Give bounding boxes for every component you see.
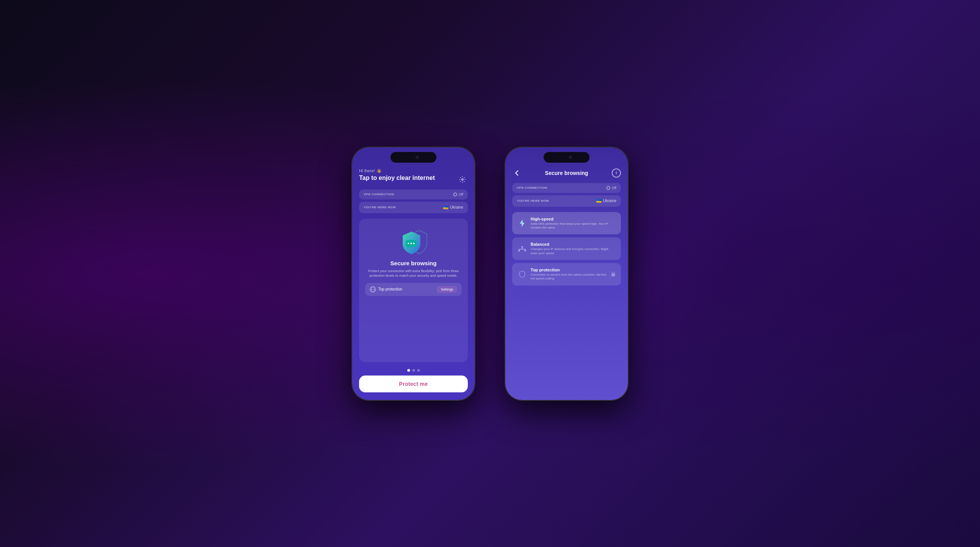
notch-2 <box>544 152 590 163</box>
dot-2[interactable] <box>412 369 415 372</box>
camera-2 <box>568 155 572 159</box>
greeting-row: Hi there! 👋 Tap to enjoy clear internet <box>359 168 468 189</box>
location-name-2: Ukraine <box>603 199 616 203</box>
toggle-circle-2 <box>606 186 610 190</box>
shield-small-icon <box>518 269 527 279</box>
phone-2-content: Secure browsing i VPN CONNECTION Off YOU… <box>505 147 628 400</box>
location-bar: YOU'RE HERE NOW 🇺🇦 Ukraine <box>359 202 468 213</box>
lock-icon <box>611 271 616 278</box>
balance-icon <box>518 244 527 253</box>
vpn-toggle-2[interactable]: Off <box>606 186 616 190</box>
bolt-icon <box>518 219 527 228</box>
top-protection-title: Top protection <box>531 268 607 272</box>
header-row: Tap to enjoy clear internet <box>359 174 468 185</box>
top-protection-desc: Connection to servers from the safest co… <box>531 273 607 281</box>
vpn-status-value-2: Off <box>612 186 616 190</box>
greeting-text: Hi there! 👋 <box>359 168 468 173</box>
lock-svg <box>611 271 616 276</box>
feature-card: Secure browsing Protect your connection … <box>359 219 468 362</box>
nav-title: Secure browsing <box>545 170 588 176</box>
option-top-protection[interactable]: Top protection Connection to servers fro… <box>512 263 621 286</box>
back-button[interactable] <box>512 168 521 178</box>
protection-name: Top protection <box>378 287 402 291</box>
back-arrow-icon <box>515 170 519 176</box>
toggle-circle <box>453 193 457 196</box>
vpn-status-bar[interactable]: VPN CONNECTION Off <box>359 189 468 199</box>
protect-me-button[interactable]: Protect me <box>359 376 468 392</box>
option-high-speed[interactable]: High-speed Solid DNS protection that kee… <box>512 212 621 235</box>
balanced-desc: Changes your IP address and encrypts con… <box>531 247 616 255</box>
high-speed-desc: Solid DNS protection that keeps your spe… <box>531 222 616 230</box>
phone-1: Hi there! 👋 Tap to enjoy clear internet <box>352 147 475 400</box>
protection-row[interactable]: Top protection Settings <box>365 283 462 296</box>
location-value-2: 🇺🇦 Ukraine <box>596 198 616 204</box>
location-name: Ukraine <box>450 205 463 209</box>
svg-point-0 <box>462 178 464 180</box>
carousel-dots <box>359 369 468 372</box>
vpn-label: VPN CONNECTION <box>364 193 394 196</box>
vpn-label-2: VPN CONNECTION <box>517 186 547 189</box>
dot-1[interactable] <box>407 369 410 372</box>
protection-left: Top protection <box>370 286 402 292</box>
phone-1-screen: Hi there! 👋 Tap to enjoy clear internet <box>352 147 475 400</box>
location-bar-2: YOU'RE HERE NOW 🇺🇦 Ukraine <box>512 195 621 207</box>
settings-button[interactable]: Settings <box>437 286 457 293</box>
location-value: 🇺🇦 Ukraine <box>443 205 463 210</box>
shield-illustration <box>398 229 429 255</box>
vpn-status-bar-2[interactable]: VPN CONNECTION Off <box>512 183 621 193</box>
header-title: Tap to enjoy clear internet <box>359 174 457 181</box>
camera-1 <box>415 155 419 159</box>
phone-1-content: Hi there! 👋 Tap to enjoy clear internet <box>352 147 475 400</box>
notch-1 <box>390 152 436 163</box>
info-button[interactable]: i <box>612 168 621 178</box>
nav-header: Secure browsing i <box>512 168 621 178</box>
card-description: Protect your connection with extra flexi… <box>365 269 462 278</box>
globe-icon <box>370 286 376 292</box>
phones-container: Hi there! 👋 Tap to enjoy clear internet <box>352 147 628 400</box>
svg-point-16 <box>613 274 614 275</box>
option-high-speed-text: High-speed Solid DNS protection that kee… <box>531 217 616 230</box>
svg-point-8 <box>521 246 523 248</box>
vpn-toggle[interactable]: Off <box>453 193 463 196</box>
location-label-2: YOU'RE HERE NOW <box>517 199 549 202</box>
gear-button[interactable] <box>457 174 468 185</box>
shield-svg <box>398 229 429 255</box>
svg-point-3 <box>410 243 412 244</box>
flag-icon-2: 🇺🇦 <box>596 198 602 204</box>
phone-2-screen: Secure browsing i VPN CONNECTION Off YOU… <box>505 147 628 400</box>
svg-point-14 <box>524 250 526 251</box>
card-title: Secure browsing <box>390 260 437 266</box>
shield-small-svg <box>519 271 525 278</box>
lightning-svg <box>519 219 525 227</box>
balanced-title: Balanced <box>531 242 616 247</box>
option-balanced[interactable]: Balanced Changes your IP address and enc… <box>512 237 621 260</box>
balance-svg <box>518 245 526 252</box>
location-label: YOU'RE HERE NOW <box>364 206 396 209</box>
dot-3[interactable] <box>417 369 420 372</box>
option-balanced-text: Balanced Changes your IP address and enc… <box>531 242 616 255</box>
option-top-protection-text: Top protection Connection to servers fro… <box>531 268 607 281</box>
vpn-status-value: Off <box>459 193 463 196</box>
flag-icon: 🇺🇦 <box>443 205 449 210</box>
high-speed-title: High-speed <box>531 217 616 221</box>
svg-point-13 <box>518 250 520 251</box>
svg-point-4 <box>413 243 415 244</box>
svg-point-2 <box>408 243 409 244</box>
phone-2: Secure browsing i VPN CONNECTION Off YOU… <box>505 147 628 400</box>
